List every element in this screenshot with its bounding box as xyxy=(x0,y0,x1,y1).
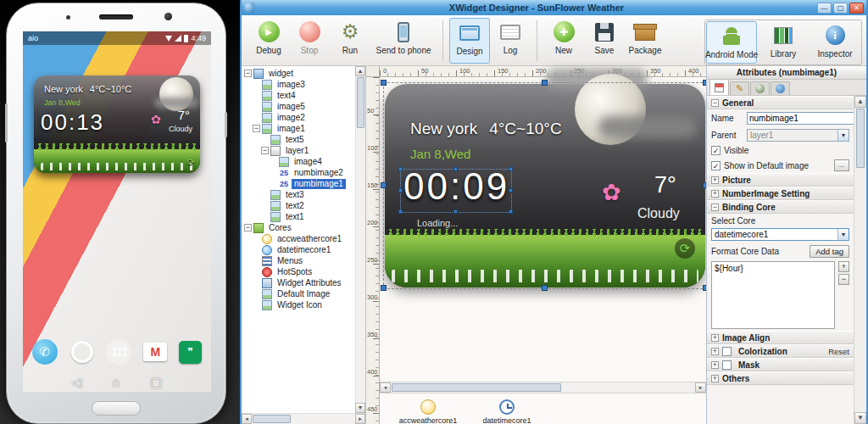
collapse-icon[interactable]: − xyxy=(244,70,252,77)
tree-item-default-image[interactable]: Default Image xyxy=(242,288,355,299)
tree-item-image4[interactable]: image4 xyxy=(242,156,355,167)
section-numberimage[interactable]: NumberImage Setting xyxy=(707,187,854,200)
send-to-phone-button[interactable]: Send to phone xyxy=(370,18,437,64)
expand-icon[interactable] xyxy=(711,361,719,369)
chevron-down-icon[interactable]: ▼ xyxy=(837,130,849,141)
core-dropdown[interactable]: datetimecore1 ▼ xyxy=(711,228,849,241)
reset-button[interactable]: Reset xyxy=(828,347,849,356)
refresh-icon[interactable]: ⟳ xyxy=(187,157,195,168)
log-tab-button[interactable]: Log xyxy=(490,18,531,64)
gmail-icon[interactable]: M xyxy=(143,343,167,361)
visible-checkbox[interactable] xyxy=(711,146,721,155)
scroll-thumb[interactable] xyxy=(253,415,291,423)
tree-item-widget[interactable]: −widget xyxy=(242,68,355,79)
tree-horizontal-scrollbar[interactable]: ◂ ▸ xyxy=(242,413,365,424)
expand-icon[interactable] xyxy=(711,334,719,342)
selection-handle[interactable] xyxy=(398,188,403,192)
tree-item-widget-icon[interactable]: Widget Icon xyxy=(242,299,355,310)
tree-item-hotspots[interactable]: HotSpots xyxy=(242,266,355,277)
section-general[interactable]: General xyxy=(707,96,854,109)
package-button[interactable]: Package xyxy=(625,18,665,64)
collapse-icon[interactable]: − xyxy=(253,125,260,132)
section-others[interactable]: Others xyxy=(707,371,854,385)
time-selection-box[interactable] xyxy=(400,169,512,213)
scroll-left-icon[interactable]: ◂ xyxy=(380,382,391,393)
selection-handle[interactable] xyxy=(398,209,403,214)
hardware-home-button[interactable] xyxy=(92,401,141,416)
selection-handle[interactable] xyxy=(381,285,387,291)
inspector-button[interactable]: Inspector xyxy=(810,21,860,64)
tree-item-text2[interactable]: text2 xyxy=(242,200,355,211)
tree-item-image1[interactable]: −image1 xyxy=(242,123,355,134)
tree-item-cores[interactable]: −Cores xyxy=(242,222,355,233)
scroll-thumb[interactable] xyxy=(856,109,865,168)
tree-item-text1[interactable]: text1 xyxy=(242,211,355,222)
home-icon[interactable]: ⌂ xyxy=(112,375,120,390)
tab-properties[interactable] xyxy=(709,79,729,95)
add-tag-button[interactable]: Add tag xyxy=(810,245,849,258)
tree-item-accweathercore1[interactable]: accweathercore1 xyxy=(242,233,355,244)
attributes-scrollbar[interactable]: ▲ ▼ xyxy=(854,96,866,424)
run-button[interactable]: Run xyxy=(330,18,370,64)
selection-handle[interactable] xyxy=(453,167,458,171)
recents-icon[interactable]: ▢ xyxy=(150,375,162,390)
mask-checkbox[interactable] xyxy=(722,360,732,370)
format-textarea[interactable]: ${Hour} xyxy=(711,261,835,329)
refresh-icon[interactable]: ⟳ xyxy=(675,238,695,259)
back-icon[interactable]: ◁ xyxy=(72,375,82,390)
scroll-right-icon[interactable]: ▸ xyxy=(355,414,365,424)
new-button[interactable]: New xyxy=(543,18,584,64)
maximize-button[interactable]: ▢ xyxy=(833,3,848,14)
colorization-checkbox[interactable] xyxy=(722,347,732,356)
scroll-down-icon[interactable]: ▼ xyxy=(355,403,365,413)
tree-item-datetimecore1[interactable]: datetimecore1 xyxy=(242,244,355,255)
scroll-left-icon[interactable]: ◂ xyxy=(242,414,252,424)
tree-item-widget-attributes[interactable]: Widget Attributes xyxy=(242,277,355,288)
tree-item-numbimage1[interactable]: 25numbimage1 xyxy=(242,178,355,189)
section-colorization[interactable]: Colorization Reset xyxy=(707,344,854,358)
section-binding-core[interactable]: Binding Core xyxy=(707,200,854,214)
collapse-icon[interactable] xyxy=(711,99,719,107)
parent-dropdown[interactable]: layer1 ▼ xyxy=(747,129,849,142)
selection-handle[interactable] xyxy=(398,167,403,171)
tree-item-numbimage2[interactable]: 25numbimage2 xyxy=(242,167,355,178)
title-bar[interactable]: XWidget Designer - SunFlower Weather — ▢… xyxy=(242,0,866,15)
tree-item-image3[interactable]: image3 xyxy=(242,79,355,90)
section-picture[interactable]: Picture xyxy=(707,173,854,187)
expand-icon[interactable] xyxy=(711,375,719,382)
name-input[interactable] xyxy=(747,112,854,125)
minus-button[interactable] xyxy=(838,274,849,285)
tree-item-layer1[interactable]: −layer1 xyxy=(242,145,355,156)
more-button[interactable]: ... xyxy=(834,159,849,171)
android-mode-button[interactable]: Android Mode xyxy=(706,21,757,64)
camera-ring-icon[interactable] xyxy=(70,339,95,365)
expand-icon[interactable] xyxy=(711,348,719,355)
scroll-thumb[interactable] xyxy=(392,383,561,392)
selection-handle[interactable] xyxy=(453,209,458,214)
tab-edit[interactable]: ✎ xyxy=(730,81,749,95)
section-image-align[interactable]: Image Align xyxy=(707,331,854,344)
canvas-horizontal-scrollbar[interactable]: ◂ ▸ xyxy=(380,382,706,393)
core-item[interactable]: datetimecore1 xyxy=(469,399,545,424)
tree-item-text4[interactable]: text4 xyxy=(242,90,355,101)
library-button[interactable]: Library xyxy=(758,21,809,64)
messages-icon[interactable]: ❞ xyxy=(179,341,202,364)
core-item[interactable]: accweathercore1 xyxy=(390,399,466,424)
phone-icon[interactable]: ✆ xyxy=(32,339,58,365)
tree-vertical-scrollbar[interactable]: ▲ ▼ xyxy=(355,66,365,413)
show-default-checkbox[interactable] xyxy=(711,161,721,170)
chevron-down-icon[interactable]: ▼ xyxy=(837,229,849,240)
scroll-right-icon[interactable]: ▸ xyxy=(695,382,706,393)
expand-icon[interactable] xyxy=(711,190,719,198)
tree-item-image2[interactable]: image2 xyxy=(242,112,355,123)
scroll-up-icon[interactable]: ▲ xyxy=(355,66,365,76)
selection-handle[interactable] xyxy=(381,80,387,86)
scroll-down-icon[interactable]: ▼ xyxy=(854,412,866,424)
tree-item-text5[interactable]: text5 xyxy=(242,134,355,145)
app-drawer-icon[interactable] xyxy=(106,339,131,365)
debug-button[interactable]: Debug xyxy=(248,18,289,64)
design-tab-button[interactable]: Design xyxy=(449,18,490,64)
selection-handle[interactable] xyxy=(509,209,513,214)
expand-icon[interactable] xyxy=(711,176,719,184)
scroll-thumb[interactable] xyxy=(357,77,364,128)
